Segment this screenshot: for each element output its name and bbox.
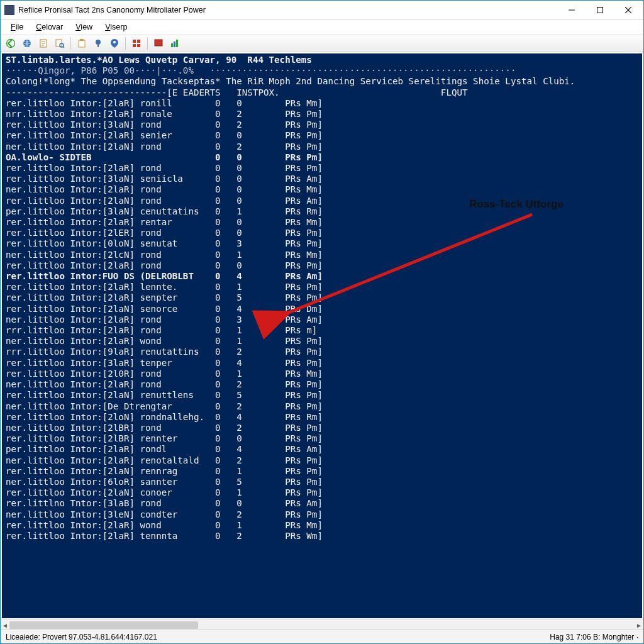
doc-search-icon[interactable] (52, 36, 67, 50)
svg-point-17 (113, 41, 116, 43)
menu-celovar[interactable]: Celovar (30, 21, 69, 33)
console-output[interactable]: ST.lintab.lartes.*AO Lews Quvetp Carvar,… (2, 53, 642, 618)
svg-line-12 (63, 47, 64, 48)
status-left: Liceaiede: Provert 97.053-4.81.644:4167.… (6, 633, 550, 641)
svg-rect-10 (56, 40, 62, 47)
console-area: ST.lintab.lartes.*AO Lews Quvetp Carvar,… (1, 52, 643, 619)
toolbar-separator (125, 37, 126, 50)
svg-rect-22 (155, 40, 162, 46)
scroll-right-icon[interactable]: ► (635, 620, 643, 630)
grid-icon[interactable] (129, 36, 144, 50)
doc-icon[interactable] (36, 36, 51, 50)
close-button[interactable] (614, 1, 642, 19)
scroll-left-icon[interactable]: ◄ (1, 620, 9, 630)
globe-icon[interactable] (19, 36, 35, 50)
svg-rect-24 (171, 43, 173, 47)
scroll-thumb[interactable] (9, 621, 198, 629)
menu-viserp[interactable]: Viserp (99, 21, 133, 33)
pin-icon[interactable] (91, 36, 106, 50)
app-icon (4, 5, 14, 15)
svg-rect-13 (79, 40, 85, 47)
svg-rect-16 (97, 44, 99, 47)
menu-file[interactable]: File (4, 21, 30, 33)
back-icon[interactable] (3, 36, 18, 50)
menu-view[interactable]: View (69, 21, 99, 33)
toolbar-separator (147, 37, 148, 50)
svg-rect-25 (174, 42, 175, 47)
titlebar: Refiice Pronisal Tact 2ns Canonomy Mitro… (1, 1, 643, 19)
horizontal-scrollbar[interactable]: ◄ ► (1, 619, 643, 630)
maximize-button[interactable] (586, 1, 614, 19)
toolbar-separator (70, 37, 71, 50)
svg-rect-21 (137, 44, 140, 47)
menubar: FileCelovarViewViserp (1, 19, 643, 35)
window-controls (557, 1, 642, 19)
svg-rect-26 (176, 40, 178, 47)
flag-icon[interactable] (151, 36, 166, 50)
toolbar (1, 35, 643, 52)
app-window: Refiice Pronisal Tact 2ns Canonomy Mitro… (0, 0, 644, 644)
svg-point-15 (96, 40, 101, 45)
minimize-button[interactable] (557, 1, 586, 19)
paste-icon[interactable] (74, 36, 89, 50)
statusbar: Liceaiede: Provert 97.053-4.81.644:4167.… (1, 630, 643, 643)
chart-icon[interactable] (167, 36, 182, 50)
status-right: Hag 31 7:06 B: Monghter · (550, 633, 638, 641)
window-title: Refiice Pronisal Tact 2ns Canonomy Mitro… (18, 6, 557, 14)
svg-rect-19 (137, 40, 140, 43)
svg-rect-1 (597, 7, 602, 13)
marker-icon[interactable] (107, 36, 122, 50)
svg-rect-18 (133, 40, 136, 43)
svg-rect-20 (133, 44, 136, 47)
svg-rect-14 (80, 39, 84, 41)
